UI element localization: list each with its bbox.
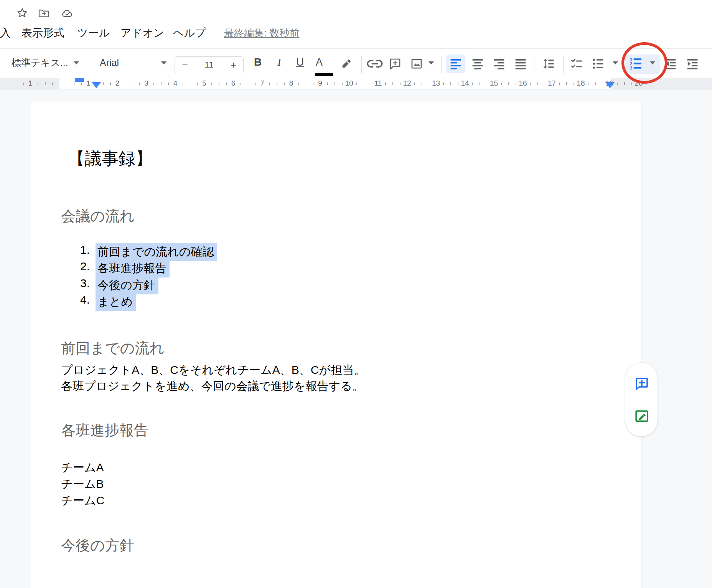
- numbered-list-icon[interactable]: 1 2 3: [628, 57, 643, 72]
- heading-future-policy[interactable]: 今後の方針: [61, 536, 134, 555]
- heading-meeting-flow[interactable]: 会議の流れ: [61, 206, 135, 226]
- menu-item-insert-partial[interactable]: 入: [0, 24, 11, 42]
- ruler-tick: [588, 83, 589, 85]
- document-page[interactable]: 【議事録】 会議の流れ 1. 前回までの流れの確認 2. 各班進捗報告 3. 今…: [31, 102, 641, 588]
- indent-increase-icon[interactable]: [686, 58, 699, 71]
- star-icon[interactable]: [16, 7, 28, 21]
- chevron-down-icon[interactable]: [161, 61, 166, 64]
- team-line[interactable]: チームA: [61, 460, 104, 476]
- paragraph-style-dropdown[interactable]: 標準テキス...: [12, 49, 68, 76]
- text-color-button[interactable]: A: [312, 49, 327, 76]
- toolbar-divider: [534, 56, 534, 73]
- menu-item-tools[interactable]: ツール: [77, 24, 110, 42]
- body-line[interactable]: プロジェクトA、B、CをそれぞれチームA、B、Cが担当。: [61, 362, 365, 378]
- svg-text:3: 3: [630, 66, 632, 70]
- selected-list-text[interactable]: 今後の方針: [96, 277, 158, 294]
- italic-button[interactable]: I: [272, 49, 287, 76]
- ruler-tick: [81, 83, 82, 85]
- ruler-tick: [545, 83, 546, 85]
- ruler-tick: [537, 82, 538, 85]
- team-line[interactable]: チームC: [61, 493, 104, 509]
- ruler-tick: [392, 82, 393, 85]
- underline-button[interactable]: U: [292, 49, 308, 76]
- ruler-tick: [327, 83, 328, 85]
- list-number: 4.: [80, 293, 90, 306]
- ruler-tick: [458, 83, 458, 85]
- left-indent-marker[interactable]: [92, 82, 101, 88]
- ruler-number: 8: [289, 79, 293, 88]
- bulleted-list-icon[interactable]: [592, 58, 605, 71]
- ruler[interactable]: 11234567891011121314151617181920: [0, 78, 712, 89]
- ruler-tick: [277, 82, 277, 85]
- heading-progress-report[interactable]: 各班進捗報告: [61, 421, 148, 440]
- ruler-tick: [422, 82, 422, 85]
- menu-item-help[interactable]: ヘルプ: [173, 24, 206, 42]
- last-edit-link[interactable]: 最終編集: 数秒前: [224, 25, 299, 41]
- menu-item-addons[interactable]: アドオン: [120, 24, 165, 42]
- ruler-tick: [400, 83, 400, 85]
- doc-title[interactable]: 【議事録】: [68, 147, 152, 170]
- add-comment-icon[interactable]: [388, 57, 402, 72]
- ruler-number: 16: [519, 79, 527, 88]
- line-spacing-icon[interactable]: [542, 58, 555, 71]
- selected-list-text[interactable]: まとめ: [96, 293, 136, 311]
- insert-image-icon[interactable]: [410, 57, 424, 72]
- menu-item-format[interactable]: 表示形式: [21, 24, 64, 42]
- ruler-number: 2: [115, 79, 120, 88]
- ruler-number: 13: [432, 79, 440, 88]
- heading-previous-flow[interactable]: 前回までの流れ: [61, 339, 165, 358]
- decrease-font-size-button[interactable]: −: [175, 57, 195, 73]
- ruler-tick: [480, 82, 480, 85]
- cloud-saved-icon: [61, 7, 74, 21]
- ruler-number: 9: [318, 79, 322, 88]
- chevron-down-icon[interactable]: [613, 61, 618, 64]
- ruler-tick: [110, 83, 111, 85]
- align-right-icon[interactable]: [493, 58, 506, 71]
- align-center-icon[interactable]: [471, 58, 484, 71]
- suggest-edits-button[interactable]: [634, 408, 650, 426]
- ruler-tick: [241, 83, 241, 85]
- ruler-tick: [631, 83, 632, 85]
- ruler-number: 18: [577, 79, 585, 88]
- indent-decrease-icon[interactable]: [664, 58, 677, 71]
- ruler-tick: [38, 83, 38, 85]
- body-line[interactable]: 各班プロジェクトを進め、今回の会議で進捗を報告する。: [61, 378, 364, 394]
- bold-button[interactable]: B: [250, 49, 265, 76]
- align-justify-icon[interactable]: [514, 58, 527, 71]
- font-size-group: − 11 +: [175, 56, 244, 73]
- ruler-tick: [414, 83, 415, 85]
- ruler-tick: [624, 82, 625, 85]
- increase-font-size-button[interactable]: +: [223, 57, 243, 73]
- first-line-indent-marker[interactable]: [75, 78, 84, 82]
- add-comment-button[interactable]: [634, 376, 650, 393]
- team-line[interactable]: チームB: [61, 476, 104, 492]
- chevron-down-icon[interactable]: [74, 61, 79, 64]
- ruler-number: 3: [144, 79, 148, 88]
- ruler-tick: [139, 83, 140, 85]
- insert-link-icon[interactable]: [367, 58, 383, 71]
- toolbar-divider: [708, 56, 708, 73]
- font-size-input[interactable]: 11: [195, 57, 223, 73]
- ruler-number: 4: [173, 79, 178, 88]
- selected-list-text[interactable]: 前回までの流れの確認: [96, 243, 217, 261]
- ruler-tick: [566, 82, 567, 85]
- move-folder-icon[interactable]: [38, 7, 50, 21]
- ruler-number: 10: [345, 79, 353, 88]
- checklist-icon[interactable]: [570, 58, 583, 71]
- font-dropdown[interactable]: Arial: [100, 49, 119, 76]
- chevron-down-icon[interactable]: [429, 61, 434, 64]
- text-color-swatch: [315, 73, 333, 76]
- align-left-icon[interactable]: [449, 58, 462, 71]
- ruler-number: 1: [86, 79, 91, 88]
- chevron-down-icon[interactable]: [650, 61, 655, 64]
- right-indent-marker[interactable]: [605, 82, 615, 88]
- ruler-tick: [306, 82, 307, 85]
- ruler-number: 17: [548, 79, 556, 88]
- document-canvas: 【議事録】 会議の流れ 1. 前回までの流れの確認 2. 各班進捗報告 3. 今…: [0, 89, 712, 588]
- selected-list-text[interactable]: 各班進捗報告: [96, 260, 170, 277]
- ruler-number: 11: [374, 79, 382, 88]
- highlighter-icon[interactable]: [340, 57, 354, 72]
- ruler-tick: [219, 82, 219, 85]
- ruler-tick: [284, 83, 285, 85]
- ruler-number: 5: [202, 79, 206, 88]
